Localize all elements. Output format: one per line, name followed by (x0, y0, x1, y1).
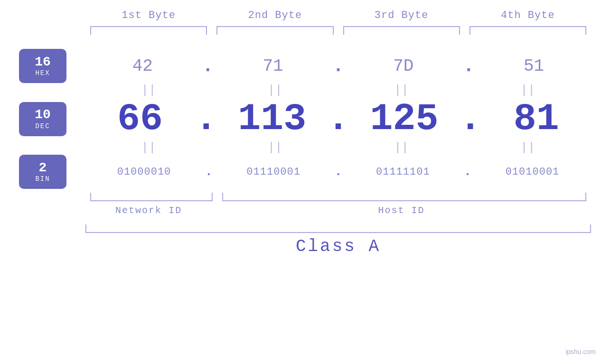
equals-row-2: || || || || (19, 140, 591, 155)
eq2-3: || (338, 140, 465, 155)
eq2-4: || (465, 140, 591, 155)
bin-val-1: 01000010 (85, 166, 203, 178)
hex-values: 42 . 71 . 7D . 51 (85, 56, 591, 77)
dec-dot-1: . (195, 97, 217, 140)
byte1-header: 1st Byte (85, 9, 212, 21)
dec-val-3: 125 (350, 97, 459, 140)
bracket-byte2 (216, 26, 333, 35)
dec-values: 66 . 113 . 125 . 81 (85, 97, 591, 140)
dec-row: 10 DEC 66 . 113 . 125 . 81 (19, 97, 591, 140)
class-label-row: Class A (19, 237, 591, 256)
dec-badge: 10 DEC (19, 102, 66, 136)
bin-val-4: 01010001 (474, 166, 591, 178)
bin-badge: 2 BIN (19, 155, 66, 189)
hex-val-3: 7D (347, 56, 461, 76)
eq1-3: || (338, 83, 465, 97)
byte4-header: 4th Byte (465, 9, 591, 21)
dec-val-1: 66 (85, 97, 195, 140)
bin-values: 01000010 . 01110001 . 01111101 . 0101000… (85, 165, 591, 179)
bin-badge-num: 2 (39, 161, 47, 176)
bin-badge-label: BIN (35, 175, 50, 183)
bin-val-3: 01111101 (344, 166, 461, 178)
equals-row-1: || || || || (19, 83, 591, 97)
hex-badge-num: 16 (35, 55, 51, 70)
hex-val-2: 71 (216, 56, 330, 76)
bin-dot-2: . (332, 165, 345, 179)
eq1-2: || (212, 83, 338, 97)
dec-dot-3: . (459, 97, 482, 140)
dec-badge-label: DEC (35, 122, 50, 130)
class-bracket-row (19, 224, 591, 233)
dec-dot-2: . (327, 97, 349, 140)
hex-dot-2: . (330, 56, 346, 77)
network-id-label: Network ID (85, 205, 212, 216)
top-brackets (19, 26, 591, 35)
hex-badge-label: HEX (35, 69, 50, 77)
bin-dot-3: . (461, 165, 474, 179)
bin-row: 2 BIN 01000010 . 01110001 . 01111101 . 0… (19, 155, 591, 189)
main-container: 1st Byte 2nd Byte 3rd Byte 4th Byte 16 H… (0, 0, 610, 364)
dec-badge-num: 10 (35, 108, 51, 122)
hex-val-4: 51 (477, 56, 591, 76)
segment-labels: Network ID Host ID (19, 205, 591, 216)
host-bracket (222, 193, 586, 201)
bin-val-2: 01110001 (215, 166, 332, 178)
hex-row: 16 HEX 42 . 71 . 7D . 51 (19, 49, 591, 83)
bracket-byte1 (90, 26, 207, 35)
class-label: Class A (85, 237, 591, 256)
eq2-1: || (85, 140, 212, 155)
eq1-1: || (85, 83, 212, 97)
dec-val-2: 113 (217, 97, 327, 140)
hex-badge: 16 HEX (19, 49, 66, 83)
hex-dot-3: . (460, 56, 477, 77)
hex-dot-1: . (200, 56, 216, 77)
bin-dot-1: . (203, 165, 215, 179)
hex-val-1: 42 (85, 56, 200, 76)
class-bracket (85, 224, 591, 233)
network-bracket (90, 193, 213, 201)
eq2-2: || (212, 140, 338, 155)
byte3-header: 3rd Byte (338, 9, 465, 21)
byte-headers: 1st Byte 2nd Byte 3rd Byte 4th Byte (19, 9, 591, 21)
host-id-label: Host ID (212, 205, 591, 216)
bracket-byte3 (343, 26, 460, 35)
eq1-4: || (465, 83, 591, 97)
bracket-byte4 (469, 26, 586, 35)
byte2-header: 2nd Byte (212, 9, 338, 21)
watermark: ipshu.com (565, 348, 596, 355)
bottom-brackets (19, 193, 591, 201)
dec-val-4: 81 (482, 97, 591, 140)
